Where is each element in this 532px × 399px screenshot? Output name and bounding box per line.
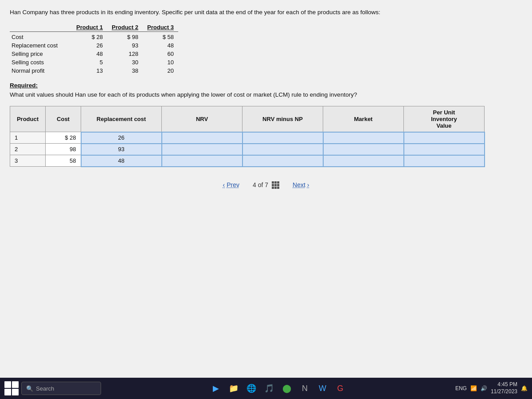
taskbar-app-media[interactable]: 🎵 [261, 380, 277, 396]
answer-nrv-np-input[interactable] [243, 144, 323, 155]
given-table-header: Product 1 Product 2 Product 3 [10, 23, 178, 32]
page-indicator: 4 of 7 [253, 181, 279, 189]
given-table-row: Selling costs 5 30 10 [10, 58, 178, 66]
per-unit-field[interactable] [407, 146, 481, 153]
next-arrow-icon: › [307, 181, 309, 188]
given-row-label: Selling price [10, 50, 72, 58]
navigation-bar: ‹ Prev 4 of 7 Next › [10, 176, 522, 192]
answer-product-num: 3 [10, 155, 46, 167]
volume-icon: 🔊 [481, 385, 487, 391]
required-text: What unit values should Han use for each… [10, 90, 522, 99]
next-button[interactable]: Next › [293, 181, 309, 188]
required-label: Required: [10, 82, 522, 89]
market-field[interactable] [326, 157, 401, 164]
clock-time: 4:45 PM [491, 381, 517, 388]
answer-table-row: 1 $ 28 [10, 132, 485, 144]
nrv-np-field[interactable] [246, 157, 320, 164]
notification-icon[interactable]: 🔔 [521, 385, 528, 391]
given-row-p1: $ 28 [72, 32, 107, 42]
given-data-table: Product 1 Product 2 Product 3 Cost $ 28 … [10, 23, 178, 75]
given-row-label: Normal profit [10, 66, 72, 75]
prev-arrow-icon: ‹ [223, 181, 225, 188]
answer-cost-symbol: $ 28 [46, 132, 81, 144]
time-display: 4:45 PM 11/27/2023 [491, 381, 517, 395]
answer-table: Product Cost Replacement cost NRV NRV mi… [10, 106, 485, 167]
answer-per-unit-input[interactable] [404, 132, 485, 144]
repl-cost-field[interactable] [84, 146, 159, 153]
answer-market-input[interactable] [323, 132, 404, 144]
given-row-p3: 48 [143, 41, 178, 50]
answer-table-row: 3 58 [10, 155, 485, 167]
given-row-label: Replacement cost [10, 41, 72, 50]
given-row-p2: $ 98 [107, 32, 143, 42]
search-icon: 🔍 [26, 385, 33, 392]
given-row-p3: 20 [143, 66, 178, 75]
market-field[interactable] [326, 146, 401, 153]
given-table-row: Cost $ 28 $ 98 $ 58 [10, 32, 178, 42]
prev-label: Prev [227, 181, 239, 188]
market-field[interactable] [326, 134, 401, 141]
given-row-p1: 48 [72, 50, 107, 58]
answer-market-input[interactable] [323, 155, 404, 167]
prev-button[interactable]: ‹ Prev [223, 181, 239, 188]
per-unit-field[interactable] [407, 134, 481, 141]
taskbar-app-browser[interactable]: 🌐 [243, 380, 259, 396]
given-table-row: Replacement cost 26 93 48 [10, 41, 178, 50]
given-col-p1: Product 1 [72, 23, 107, 32]
wifi-icon: 📶 [470, 385, 477, 391]
taskbar-app-g[interactable]: G [332, 380, 348, 396]
taskbar: 🔍 Search ▶ 📁 🌐 🎵 ⬤ N W G ENG 📶 🔊 4:45 PM… [0, 378, 532, 399]
answer-product-num: 1 [10, 132, 46, 144]
answer-repl-cost-input[interactable] [81, 155, 162, 167]
answer-repl-cost-input[interactable] [81, 132, 162, 144]
answer-market-input[interactable] [323, 144, 404, 155]
answer-nrv-input[interactable] [162, 144, 243, 155]
nrv-field[interactable] [165, 134, 239, 141]
nrv-np-field[interactable] [246, 146, 320, 153]
taskbar-app-video[interactable]: ▶ [208, 380, 224, 396]
language-indicator: ENG [455, 385, 467, 391]
taskbar-right: ENG 📶 🔊 4:45 PM 11/27/2023 🔔 [455, 381, 528, 395]
nrv-np-field[interactable] [246, 134, 320, 141]
nrv-field[interactable] [165, 157, 239, 164]
given-col-p2: Product 2 [107, 23, 143, 32]
intro-paragraph: Han Company has three products in its en… [10, 9, 380, 16]
given-row-p1: 5 [72, 58, 107, 66]
taskbar-search[interactable]: 🔍 Search [21, 382, 101, 395]
taskbar-app-note[interactable]: N [297, 380, 313, 396]
given-table-row: Selling price 48 128 60 [10, 50, 178, 58]
given-row-p2: 128 [107, 50, 143, 58]
answer-nrv-input[interactable] [162, 132, 243, 144]
given-row-p2: 93 [107, 41, 143, 50]
answer-repl-cost-input[interactable] [81, 144, 162, 155]
col-nrv: NRV [162, 106, 243, 132]
given-col-p3: Product 3 [143, 23, 178, 32]
col-market: Market [323, 106, 404, 132]
repl-cost-field[interactable] [84, 134, 159, 141]
start-button[interactable] [4, 381, 19, 395]
answer-nrv-np-input[interactable] [243, 132, 323, 144]
nrv-field[interactable] [165, 146, 239, 153]
next-label: Next [293, 181, 305, 188]
answer-nrv-np-input[interactable] [243, 155, 323, 167]
given-row-p3: 10 [143, 58, 178, 66]
given-row-p1: 13 [72, 66, 107, 75]
search-label: Search [36, 385, 54, 392]
given-row-p2: 30 [107, 58, 143, 66]
per-unit-field[interactable] [407, 157, 481, 164]
page-info: 4 of 7 [253, 181, 268, 188]
taskbar-app-chrome[interactable]: ⬤ [279, 380, 295, 396]
grid-icon[interactable] [272, 181, 279, 189]
repl-cost-field[interactable] [84, 157, 159, 164]
col-nrv-minus-np: NRV minus NP [243, 106, 323, 132]
taskbar-app-folder[interactable]: 📁 [226, 380, 242, 396]
taskbar-app-word[interactable]: W [314, 380, 330, 396]
col-cost: Cost [46, 106, 81, 132]
answer-nrv-input[interactable] [162, 155, 243, 167]
col-product: Product [10, 106, 46, 132]
given-col-label [10, 23, 72, 32]
answer-table-row: 2 98 [10, 144, 485, 155]
answer-per-unit-input[interactable] [404, 144, 485, 155]
clock-date: 11/27/2023 [491, 388, 517, 395]
answer-per-unit-input[interactable] [404, 155, 485, 167]
